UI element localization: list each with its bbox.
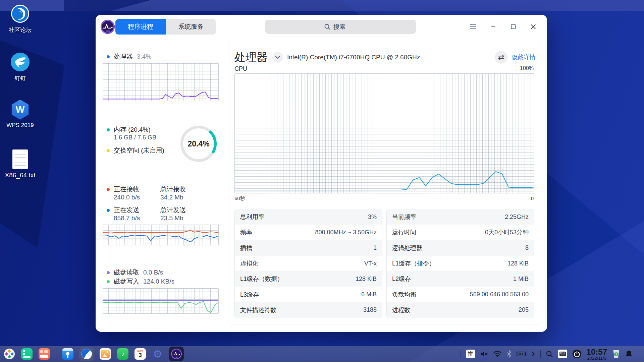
dingtalk-icon [10, 52, 30, 72]
dock: ♪ NOV 3 ⚙ CPU [0, 347, 184, 361]
svg-text:CPU: CPU [175, 357, 178, 358]
clock[interactable]: 10:57 2022/11/3 [587, 348, 607, 361]
search-icon [324, 23, 331, 30]
tray-separator [461, 350, 461, 358]
grand-search-icon[interactable] [546, 350, 553, 358]
system-monitor-app-icon: CPU [100, 19, 115, 36]
trash-icon[interactable] [612, 349, 620, 359]
notification-bell-icon[interactable] [625, 350, 633, 358]
input-method-indicator[interactable]: 拼 [466, 350, 475, 358]
desktop-icon-text-file[interactable]: X86_64.txt [1, 149, 39, 179]
clock-time: 10:57 [587, 348, 607, 356]
disk-write-row[interactable]: 磁盘写入 124.0 KB/s [107, 277, 174, 286]
search-box[interactable] [265, 20, 416, 34]
menu-icon[interactable] [467, 21, 479, 33]
chart-x-left: 60秒 [234, 195, 245, 202]
detail-header: 处理器 Intel(R) Core(TM) i7-6700HQ CPU @ 2.… [234, 49, 536, 65]
system-monitor-window: CPU 程序进程 系统服务 [96, 15, 547, 332]
tab-group: 程序进程 系统服务 [115, 19, 216, 35]
bluetooth-icon[interactable] [507, 350, 512, 358]
table-row: 插槽1 [235, 240, 382, 256]
app-store-icon[interactable] [38, 348, 50, 360]
net-send-row[interactable]: 正在发送 [107, 206, 139, 215]
swap-summary[interactable]: 交换空间 (未启用) [107, 146, 164, 155]
memory-dot-icon [107, 128, 110, 131]
table-row: 运行时间0天0小时53分钟 [387, 225, 534, 240]
device-select-dropdown[interactable] [272, 52, 283, 63]
launcher-icon[interactable] [3, 348, 15, 360]
cpu-detail-panel: 处理器 Intel(R) Core(TM) i7-6700HQ CPU @ 2.… [228, 41, 542, 324]
wallpaper-wedge [64, 0, 151, 11]
text-file-icon [10, 149, 30, 169]
wallpaper-band [0, 0, 644, 11]
wifi-icon[interactable] [493, 351, 502, 357]
disk-write-dot-icon [107, 280, 110, 283]
multitasking-view-icon[interactable] [21, 348, 33, 360]
memory-summary[interactable]: 内存 (20.4%) [107, 125, 151, 134]
tab-label: 系统服务 [178, 22, 204, 31]
close-icon[interactable] [528, 21, 539, 33]
image-viewer-icon[interactable] [99, 348, 111, 360]
disk-read-value: 0.0 B/s [143, 269, 163, 276]
table-row: L2缓存1 MiB [387, 271, 534, 287]
table-row: 进程数205 [387, 302, 534, 318]
table-row: L1缓存（指令）128 KiB [387, 256, 534, 271]
community-forum-icon [10, 4, 30, 23]
browser-icon-active[interactable] [79, 347, 94, 361]
net-recv-dot-icon [107, 188, 110, 191]
tray-expand-chevron-icon[interactable] [532, 351, 535, 357]
taskbar: ♪ NOV 3 ⚙ CPU 拼 [0, 346, 644, 362]
disk-write-label: 磁盘写入 [114, 277, 139, 286]
gear-icon: ⚙ [153, 349, 163, 359]
system-monitor-dock-icon-active[interactable]: CPU [169, 347, 184, 361]
net-recv-row[interactable]: 正在接收 [107, 185, 139, 194]
titlebar[interactable]: CPU 程序进程 系统服务 [96, 15, 547, 39]
battery-charging-icon[interactable] [517, 351, 527, 357]
stats-table-left: 总利用率3% 频率800.00MHz ~ 3.50GHz 插槽1 虚拟化VT-x… [234, 209, 382, 318]
desktop-icon-dingtalk[interactable]: 钉钉 [1, 52, 39, 82]
disk-chart [103, 288, 219, 314]
volume-muted-icon[interactable] [480, 351, 488, 357]
cpu-value: 3.4% [137, 53, 151, 60]
cpu-label: 处理器 [114, 52, 133, 61]
detail-title: 处理器 [234, 50, 268, 65]
memory-label: 内存 (20.4%) [114, 125, 151, 134]
net-recv-value: 240.0 b/s [114, 194, 140, 201]
table-row: 总利用率3% [235, 209, 382, 225]
table-row: 频率800.00MHz ~ 3.50GHz [235, 225, 382, 240]
swap-dot-icon [107, 149, 110, 152]
desktop-icon-wps[interactable]: W WPS 2019 [1, 100, 39, 129]
table-row: 文件描述符数3188 [235, 302, 382, 318]
desktop-icon-community-forum[interactable]: 社区论坛 [1, 4, 39, 34]
hide-details-link[interactable]: 隐藏详情 [512, 53, 536, 61]
desktop-icon-label: 社区论坛 [9, 26, 32, 34]
net-send-value: 858.7 b/s [114, 215, 140, 222]
maximize-icon[interactable] [507, 21, 519, 33]
shutdown-icon[interactable] [572, 349, 582, 359]
compare-button[interactable] [495, 51, 507, 64]
table-row: 负载均衡569.00 646.00 563.00 [387, 287, 534, 302]
tab-services[interactable]: 系统服务 [166, 19, 216, 35]
swap-label: 交换空间 (未启用) [114, 146, 164, 155]
tray-separator [540, 350, 541, 358]
cpu-summary[interactable]: 处理器 3.4% [107, 52, 151, 61]
desktop-icon-label: 钉钉 [14, 74, 26, 82]
disk-read-row[interactable]: 磁盘读取 0.0 B/s [107, 268, 163, 277]
music-icon[interactable]: ♪ [117, 348, 129, 360]
calendar-icon[interactable]: NOV 3 [134, 348, 146, 360]
control-center-icon[interactable]: ⚙ [152, 348, 164, 360]
minimize-icon[interactable] [487, 21, 499, 33]
net-recv-label: 正在接收 [114, 185, 139, 194]
desktop-icon-label: WPS 2019 [6, 122, 34, 129]
system-tray: 拼 [461, 348, 644, 361]
disk-write-value: 124.0 KB/s [143, 278, 174, 285]
file-manager-icon[interactable] [62, 348, 74, 360]
disk-read-label: 磁盘读取 [114, 268, 139, 277]
tab-processes[interactable]: 程序进程 [115, 19, 166, 35]
onboard-keyboard-icon[interactable] [558, 350, 567, 358]
table-row: L3缓存6 MiB [235, 287, 382, 302]
cpu-dot-icon [107, 55, 110, 58]
svg-text:CPU: CPU [106, 30, 110, 32]
net-send-dot-icon [107, 209, 110, 212]
search-input[interactable] [333, 23, 357, 31]
